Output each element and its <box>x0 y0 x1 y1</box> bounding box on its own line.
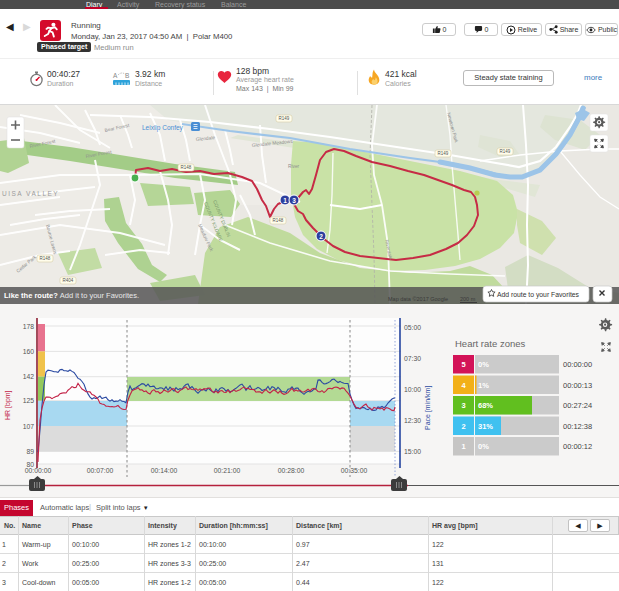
svg-text:160: 160 <box>23 348 35 355</box>
svg-text:R149: R149 <box>438 151 449 156</box>
svg-text:5: 5 <box>461 360 465 369</box>
svg-text:1: 1 <box>283 197 287 204</box>
svg-text:1%: 1% <box>478 381 489 390</box>
svg-text:0%: 0% <box>478 360 489 369</box>
svg-text:2: 2 <box>461 422 465 431</box>
svg-text:68%: 68% <box>478 401 493 410</box>
svg-text:200 m: 200 m <box>460 296 476 302</box>
svg-text:142: 142 <box>23 373 35 380</box>
svg-text:R149: R149 <box>500 149 511 154</box>
svg-text:Like the route? Add it to you: Like the route? Add it to your Favorites… <box>4 291 139 300</box>
svg-text:00:21:00: 00:21:00 <box>214 467 241 474</box>
svg-text:Heart rate zones: Heart rate zones <box>455 338 525 349</box>
svg-text:178: 178 <box>23 323 35 330</box>
svg-text:UISA VALLEY: UISA VALLEY <box>2 190 59 197</box>
svg-text:12:30: 12:30 <box>404 417 421 424</box>
svg-text:00:00:00: 00:00:00 <box>25 467 52 474</box>
svg-text:89: 89 <box>26 448 34 455</box>
svg-text:Map data ©2017 Google: Map data ©2017 Google <box>388 296 448 302</box>
svg-text:125: 125 <box>23 397 35 404</box>
svg-text:R149: R149 <box>279 116 290 121</box>
svg-text:B: B <box>125 72 129 79</box>
svg-text:15:00: 15:00 <box>404 448 421 455</box>
svg-text:3: 3 <box>461 401 465 410</box>
svg-text:00:35:00: 00:35:00 <box>341 467 368 474</box>
svg-text:Leixlip Confey: Leixlip Confey <box>142 124 184 132</box>
svg-text:R404: R404 <box>63 278 74 283</box>
svg-text:07:30: 07:30 <box>404 355 421 362</box>
svg-text:05:00: 05:00 <box>404 324 421 331</box>
svg-text:00:14:00: 00:14:00 <box>151 467 178 474</box>
svg-text:00:27:24: 00:27:24 <box>563 401 592 410</box>
svg-text:00:07:00: 00:07:00 <box>87 467 114 474</box>
svg-text:0%: 0% <box>478 442 489 451</box>
svg-text:00:00:00: 00:00:00 <box>563 360 592 369</box>
svg-text:1: 1 <box>461 442 465 451</box>
svg-text:3: 3 <box>292 197 296 204</box>
svg-text:River: River <box>288 164 300 169</box>
svg-text:A: A <box>113 72 118 79</box>
svg-text:107: 107 <box>23 423 35 430</box>
svg-text:10:00: 10:00 <box>404 386 421 393</box>
svg-text:R148: R148 <box>40 256 51 261</box>
svg-text:00:00:13: 00:00:13 <box>563 381 592 390</box>
svg-text:R148: R148 <box>273 218 284 223</box>
svg-text:Pace [min/km]: Pace [min/km] <box>424 386 432 430</box>
svg-text:31%: 31% <box>478 422 493 431</box>
svg-text:Add route to your Favorites: Add route to your Favorites <box>497 291 580 299</box>
svg-text:00:28:00: 00:28:00 <box>278 467 305 474</box>
svg-text:2: 2 <box>319 233 323 240</box>
svg-text:R148: R148 <box>181 165 192 170</box>
svg-text:HR [bpm]: HR [bpm] <box>4 390 12 420</box>
svg-text:00:00:12: 00:00:12 <box>563 442 592 451</box>
svg-text:00:12:38: 00:12:38 <box>563 422 592 431</box>
